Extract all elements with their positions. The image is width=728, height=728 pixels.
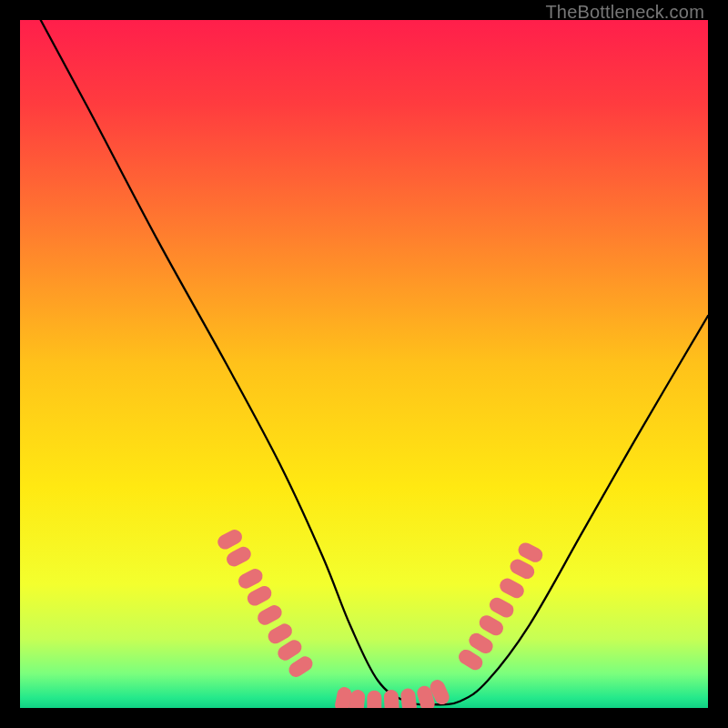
chart-frame (20, 20, 708, 708)
bottleneck-chart (20, 20, 708, 708)
gradient-rect (20, 20, 708, 708)
highlight-marker (367, 691, 381, 708)
